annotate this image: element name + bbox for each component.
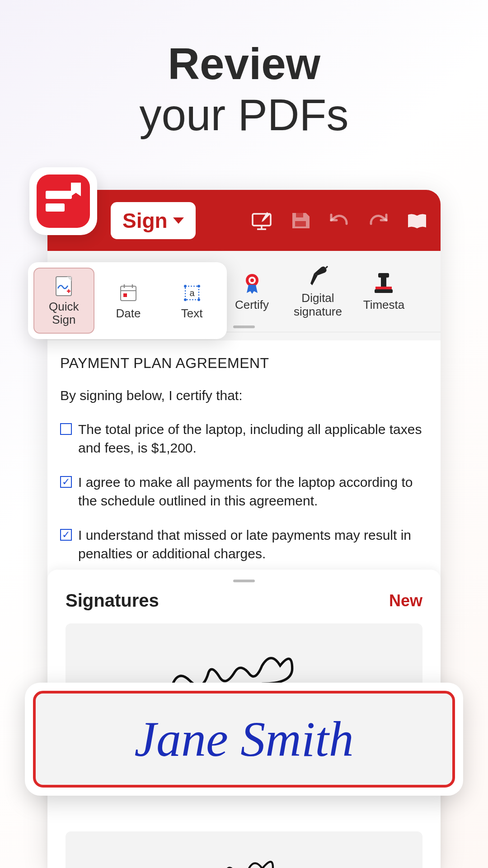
ribbon-certify-label: Certify: [235, 298, 269, 312]
tool-date-label: Date: [116, 307, 141, 320]
tool-text[interactable]: a Text: [162, 268, 221, 334]
redo-icon[interactable]: [367, 211, 389, 230]
ribbon-timestamp[interactable]: Timesta: [360, 271, 408, 312]
tool-quick-sign-label: QuickSign: [49, 300, 79, 326]
svg-rect-8: [378, 273, 389, 278]
svg-rect-10: [375, 287, 392, 289]
doc-item-2: I agree to make all payments for the lap…: [60, 473, 428, 510]
svg-rect-17: [123, 293, 127, 297]
checkbox-2[interactable]: [60, 476, 72, 488]
chevron-down-icon: [173, 217, 184, 224]
signatures-title: Signatures: [66, 590, 159, 611]
signature-name: Jane Smith: [134, 711, 354, 768]
ribbon-drag-handle[interactable]: [233, 326, 255, 328]
timestamp-icon: [372, 271, 395, 295]
sign-label: Sign: [122, 208, 168, 233]
date-icon: [117, 282, 140, 304]
doc-intro: By signing below, I certify that:: [60, 388, 428, 403]
doc-item-3: I understand that missed or late payment…: [60, 526, 428, 563]
ribbon-digital-signature-label: Digitalsignature: [294, 292, 342, 319]
svg-rect-4: [295, 221, 306, 226]
svg-point-22: [197, 298, 200, 301]
digital-signature-icon: [306, 264, 329, 288]
app-icon-badge: [29, 167, 97, 235]
doc-title: PAYMENT PLAN AGREEMENT: [60, 355, 428, 372]
panel-drag-handle[interactable]: [233, 580, 255, 582]
undo-icon[interactable]: [328, 211, 350, 230]
present-icon[interactable]: [251, 211, 272, 230]
ribbon-timestamp-label: Timesta: [363, 298, 405, 312]
doc-item-1: The total price of the laptop, including…: [60, 420, 428, 457]
marketing-headline: Review your PDFs: [0, 0, 488, 138]
floating-sign-tools: QuickSign Date a Text: [28, 262, 227, 339]
headline-line1: Review: [0, 41, 488, 87]
doc-item-3-text: I understand that missed or late payment…: [78, 526, 428, 563]
doc-item-1-text: The total price of the laptop, including…: [78, 420, 428, 457]
save-icon[interactable]: [290, 211, 311, 230]
svg-point-21: [184, 298, 187, 301]
main-toolbar: Sign: [47, 190, 441, 251]
checkbox-1[interactable]: [60, 423, 72, 435]
svg-point-20: [197, 285, 200, 288]
checkbox-3[interactable]: [60, 529, 72, 541]
tool-date[interactable]: Date: [99, 268, 158, 334]
document-content: PAYMENT PLAN AGREEMENT By signing below,…: [47, 340, 441, 594]
sign-dropdown[interactable]: Sign: [111, 202, 196, 239]
new-signature-button[interactable]: New: [389, 591, 422, 610]
svg-text:a: a: [189, 288, 195, 298]
quick-sign-icon: [52, 275, 75, 297]
headline-line2: your PDFs: [0, 92, 488, 138]
book-icon[interactable]: [406, 211, 428, 230]
app-icon: [37, 175, 90, 228]
svg-rect-13: [121, 286, 136, 301]
highlighted-signature: Jane Smith: [25, 683, 463, 796]
svg-rect-3: [296, 213, 303, 217]
svg-point-7: [250, 278, 254, 282]
toolbar-actions: [251, 211, 428, 230]
certify-icon: [240, 271, 264, 295]
ribbon-certify[interactable]: Certify: [228, 271, 276, 312]
tool-quick-sign[interactable]: QuickSign: [33, 268, 94, 334]
ribbon-digital-signature[interactable]: Digitalsignature: [294, 264, 342, 319]
svg-point-19: [184, 285, 187, 288]
svg-rect-9: [381, 278, 386, 287]
highlighted-signature-box[interactable]: Jane Smith: [33, 691, 455, 788]
svg-rect-11: [375, 289, 393, 293]
doc-item-2-text: I agree to make all payments for the lap…: [78, 473, 428, 510]
tool-text-label: Text: [181, 307, 203, 320]
signatures-header: Signatures New: [66, 590, 422, 611]
text-icon: a: [181, 282, 203, 304]
signature-item-2[interactable]: [66, 831, 422, 868]
